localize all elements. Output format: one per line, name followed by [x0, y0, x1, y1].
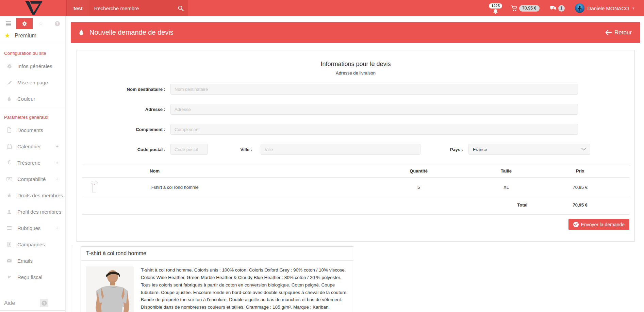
person-icon — [6, 209, 12, 214]
complement-input[interactable] — [170, 124, 578, 135]
sidebar-item-label: Infos générales — [17, 63, 52, 69]
item-size: XL — [482, 178, 531, 197]
droplet-header-icon — [79, 29, 84, 36]
city-input[interactable] — [261, 144, 420, 155]
country-select[interactable]: France — [468, 144, 590, 155]
sidebar-item-campagnes[interactable]: Campagnes — [0, 236, 65, 252]
stamp-icon — [6, 275, 12, 280]
column-header-qty: Quantité — [356, 164, 482, 178]
help-circle-icon: ? — [41, 300, 47, 306]
cart-icon — [511, 5, 518, 12]
sidebar-item-premium[interactable]: ★ Premium — [0, 29, 65, 43]
total-row: Total 70,95 € — [82, 197, 629, 215]
sidebar-item-infos-generales[interactable]: Infos générales — [0, 58, 65, 74]
delivery-address-form: Nom destinataire : Adresse : Complement … — [82, 84, 629, 155]
euro-icon: € — [6, 160, 12, 166]
sidebar-item-calendrier[interactable]: Calendrier + — [0, 138, 65, 154]
expand-plus-icon[interactable]: + — [56, 176, 59, 182]
sidebar-item-rubriques[interactable]: Rubriques + — [0, 220, 65, 236]
svg-text:?: ? — [56, 22, 58, 26]
sidebar-item-recu-fiscal[interactable]: Reçu fiscal — [0, 269, 65, 285]
topbar-right-cluster: 1225 70,95 € 1 Daniele MONACO — [489, 0, 644, 16]
column-header-size: Taille — [482, 164, 531, 178]
expand-plus-icon[interactable]: + — [56, 144, 59, 149]
sidebar-item-label: Reçu fiscal — [17, 274, 42, 280]
sidebar-item-label: Droits des membres — [17, 193, 63, 198]
sidebar-item-documents[interactable]: Documents — [0, 122, 65, 138]
question-circle-icon: ? — [54, 21, 60, 27]
sidebar-item-droits-membres[interactable]: ★ Droits des membres — [0, 187, 65, 203]
product-description: T-shirt à col rond homme. Coloris unis :… — [141, 266, 348, 312]
expand-plus-icon[interactable]: + — [56, 160, 59, 165]
avatar[interactable] — [575, 3, 584, 13]
main-content: Nouvelle demande de devis Retour Informa… — [66, 16, 644, 312]
form-heading: Informations pour le devis — [82, 61, 629, 68]
help-label: Aide — [4, 300, 15, 306]
quote-form-card: Informations pour le devis Adresse de li… — [77, 50, 635, 242]
tab-help[interactable]: ? — [49, 18, 65, 29]
sidebar: ☆ ? ★ Premium Configuration du site Info… — [0, 16, 66, 312]
menu-group-configuration: Infos générales Mise en page Couleur — [0, 58, 65, 107]
tab-favorites[interactable]: ☆ — [33, 18, 49, 29]
messages-badge: 1 — [558, 5, 565, 12]
address-input[interactable] — [170, 104, 578, 115]
sidebar-item-comptabilite[interactable]: Comptabilité + — [0, 171, 65, 187]
star-outline-icon: ☆ — [38, 20, 43, 27]
sidebar-item-label: Campagnes — [17, 242, 45, 247]
chat-icon — [550, 5, 557, 11]
item-qty: 5 — [356, 178, 482, 197]
quote-items-table: Nom Quantité Taille Prix T-shirt à col — [82, 164, 629, 215]
svg-text:?: ? — [43, 301, 45, 305]
expand-plus-icon[interactable]: + — [56, 225, 59, 231]
total-label: Total — [82, 197, 531, 215]
hamburger-icon — [5, 21, 11, 26]
notifications-button[interactable]: 1225 — [489, 3, 502, 14]
sidebar-item-tresorerie[interactable]: € Trésorerie + — [0, 154, 65, 171]
sidebar-item-couleur[interactable]: Couleur — [0, 91, 65, 107]
sidebar-item-emails[interactable]: Emails — [0, 252, 65, 269]
member-search-input[interactable] — [94, 5, 178, 12]
recipient-input[interactable] — [170, 84, 578, 95]
tshirt-thumb-icon — [90, 180, 98, 194]
premium-star-icon: ★ — [4, 33, 10, 39]
sidebar-item-label: Emails — [17, 258, 33, 264]
help-button[interactable]: ? — [40, 299, 48, 307]
product-section: T-shirt à col rond homme — [72, 246, 640, 312]
chevron-down-icon — [581, 148, 586, 151]
sidebar-item-label: Couleur — [17, 96, 35, 102]
sidebar-help-row: Aide ? — [0, 296, 65, 311]
send-request-button[interactable]: Envoyer la demande — [568, 219, 629, 230]
association-tab[interactable]: test — [67, 0, 89, 16]
topbar: test 1225 70,95 € 1 — [0, 0, 644, 16]
sidebar-item-label: Rubriques — [17, 225, 40, 231]
gear-icon — [6, 64, 12, 69]
app-logo[interactable] — [0, 0, 67, 16]
notifications-badge: 1225 — [489, 3, 502, 9]
cart-button[interactable]: 70,95 € — [511, 5, 540, 12]
sidebar-item-label: Calendrier — [17, 144, 41, 149]
sidebar-item-profil-membres[interactable]: Profil des membres — [0, 203, 65, 220]
column-header-name: Nom — [148, 164, 356, 178]
tab-menu[interactable] — [0, 18, 16, 29]
list-icon — [6, 226, 12, 230]
sidebar-item-label: Mise en page — [17, 80, 48, 85]
zip-input[interactable] — [170, 144, 208, 155]
user-name[interactable]: Daniele MONACO — [588, 5, 629, 11]
member-search — [89, 0, 188, 16]
droplet-icon — [6, 96, 12, 101]
sidebar-item-label: Trésorerie — [17, 160, 40, 166]
file-icon — [6, 127, 12, 133]
messages-button[interactable]: 1 — [550, 5, 565, 12]
zip-label: Code postal : — [82, 147, 165, 152]
cart-amount-badge: 70,95 € — [519, 5, 540, 12]
check-circle-icon — [573, 222, 579, 227]
magnifier-icon[interactable] — [178, 5, 184, 12]
city-label: Ville : — [211, 147, 252, 152]
sidebar-item-mise-en-page[interactable]: Mise en page — [0, 74, 65, 91]
menu-group-parametres: Documents Calendrier + € Trésorerie + Co… — [0, 122, 65, 285]
back-button[interactable]: Retour — [605, 29, 632, 36]
association-tab-label: test — [73, 5, 83, 11]
tab-settings[interactable] — [16, 18, 33, 29]
section-title-configuration: Configuration du site — [4, 51, 65, 56]
back-arrow-icon — [605, 30, 612, 35]
